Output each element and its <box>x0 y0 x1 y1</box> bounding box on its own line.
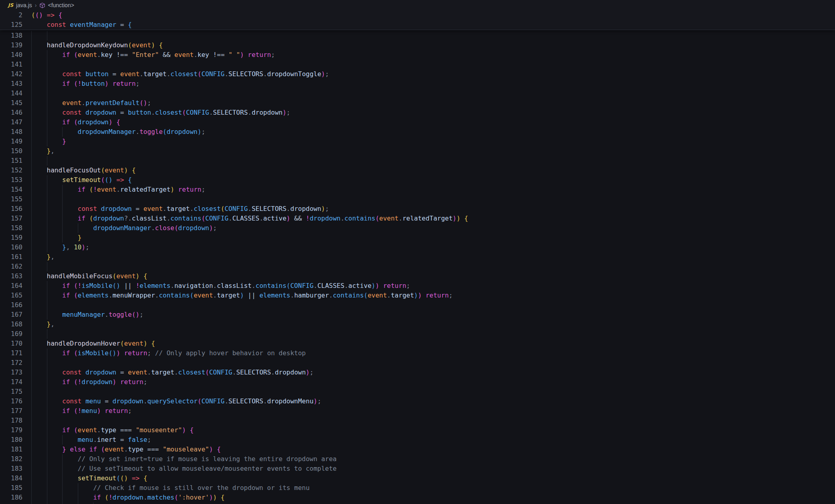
code-text[interactable]: if (isMobile()) return; // Only apply ho… <box>31 348 835 358</box>
code-text[interactable]: setTimeout(() => { <box>31 175 835 185</box>
code-line[interactable]: 161 }, <box>0 252 835 262</box>
code-text[interactable]: if (!menu) return; <box>31 406 835 416</box>
code-text[interactable]: const menu = dropdown.querySelector(CONF… <box>31 397 835 406</box>
code-line[interactable]: 143 if (!button) return; <box>0 79 835 89</box>
code-text[interactable] <box>31 387 835 397</box>
code-text[interactable]: const button = event.target.closest(CONF… <box>31 69 835 79</box>
code-text[interactable]: dropdownManager.close(dropdown); <box>31 223 835 233</box>
code-line[interactable]: 2(() => { <box>0 10 835 20</box>
code-text[interactable] <box>31 31 835 40</box>
code-line[interactable]: 171 if (isMobile()) return; // Only appl… <box>0 348 835 358</box>
code-text[interactable]: // Only set inert=true if mouse is leavi… <box>31 454 835 464</box>
breadcrumb-file[interactable]: JS java.js <box>8 2 32 8</box>
code-text[interactable] <box>31 262 835 271</box>
code-line[interactable]: 144 <box>0 89 835 98</box>
code-line[interactable]: 179 if (event.type === "mouseenter") { <box>0 425 835 435</box>
code-text[interactable] <box>31 89 835 98</box>
code-text[interactable]: setTimeout(() => { <box>31 474 835 483</box>
code-text[interactable]: if (!dropdown) return; <box>31 377 835 387</box>
code-line[interactable]: 180 menu.inert = false; <box>0 435 835 445</box>
code-line[interactable]: 160 }, 10); <box>0 243 835 252</box>
code-line[interactable]: 157 if (dropdown?.classList.contains(CON… <box>0 214 835 223</box>
code-line[interactable]: 170 handleDropdownHover(event) { <box>0 339 835 348</box>
code-text[interactable] <box>31 358 835 368</box>
code-line[interactable]: 186 if (!dropdown.matches(':hover')) { <box>0 493 835 502</box>
code-text[interactable]: const dropdown = button.closest(CONFIG.S… <box>31 108 835 117</box>
code-line[interactable]: 152 handleFocusOut(event) { <box>0 166 835 175</box>
code-line[interactable]: 159 } <box>0 233 835 243</box>
code-line[interactable]: 148 dropdownManager.toggle(dropdown); <box>0 127 835 137</box>
code-line[interactable]: 181 } else if (event.type === "mouseleav… <box>0 445 835 454</box>
code-text[interactable] <box>31 60 835 69</box>
code-text[interactable]: if (!button) return; <box>31 79 835 89</box>
code-line[interactable]: 173 const dropdown = event.target.closes… <box>0 368 835 377</box>
code-text[interactable]: menu.inert = true; <box>31 502 835 504</box>
code-line[interactable]: 153 setTimeout(() => { <box>0 175 835 185</box>
code-text[interactable]: } else if (event.type === "mouseleave") … <box>31 445 835 454</box>
code-text[interactable]: if (event.type === "mouseenter") { <box>31 425 835 435</box>
code-text[interactable]: }, 10); <box>31 243 835 252</box>
code-text[interactable]: handleMobileFocus(event) { <box>31 271 835 281</box>
code-line[interactable]: 156 const dropdown = event.target.closes… <box>0 204 835 214</box>
code-line[interactable]: 142 const button = event.target.closest(… <box>0 69 835 79</box>
code-line[interactable]: 146 const dropdown = button.closest(CONF… <box>0 108 835 117</box>
code-line[interactable]: 158 dropdownManager.close(dropdown); <box>0 223 835 233</box>
code-line[interactable]: 178 <box>0 416 835 425</box>
code-text[interactable]: // Check if mouse is still over the drop… <box>31 483 835 493</box>
code-line[interactable]: 172 <box>0 358 835 368</box>
code-line[interactable]: 187 menu.inert = true; <box>0 502 835 504</box>
code-line[interactable]: 177 if (!menu) return; <box>0 406 835 416</box>
code-line[interactable]: 174 if (!dropdown) return; <box>0 377 835 387</box>
code-text[interactable]: const dropdown = event.target.closest(CO… <box>31 204 835 214</box>
code-line[interactable]: 147 if (dropdown) { <box>0 117 835 127</box>
code-text[interactable] <box>31 329 835 339</box>
code-line[interactable]: 138 <box>0 31 835 40</box>
code-text[interactable]: if (!dropdown.matches(':hover')) { <box>31 493 835 502</box>
code-line[interactable]: 185 // Check if mouse is still over the … <box>0 483 835 493</box>
code-text[interactable]: if (dropdown?.classList.contains(CONFIG.… <box>31 214 835 223</box>
code-text[interactable]: if (event.key !== "Enter" && event.key !… <box>31 50 835 60</box>
code-text[interactable]: handleDropdownKeydown(event) { <box>31 40 835 50</box>
breadcrumb-symbol[interactable]: <function> <box>39 2 74 8</box>
code-text[interactable] <box>31 194 835 204</box>
code-text[interactable]: } <box>31 233 835 243</box>
code-line[interactable]: 169 <box>0 329 835 339</box>
code-text[interactable] <box>31 416 835 425</box>
code-text[interactable]: const dropdown = event.target.closest(CO… <box>31 368 835 377</box>
code-line[interactable]: 149 } <box>0 137 835 146</box>
code-line[interactable]: 182 // Only set inert=true if mouse is l… <box>0 454 835 464</box>
code-line[interactable]: 175 <box>0 387 835 397</box>
code-text[interactable]: handleDropdownHover(event) { <box>31 339 835 348</box>
code-line[interactable]: 155 <box>0 194 835 204</box>
code-line[interactable]: 145 event.preventDefault(); <box>0 98 835 108</box>
code-line[interactable]: 140 if (event.key !== "Enter" && event.k… <box>0 50 835 60</box>
code-text[interactable]: if (!event.relatedTarget) return; <box>31 185 835 194</box>
code-text[interactable]: }, <box>31 320 835 329</box>
code-line[interactable]: 166 <box>0 300 835 310</box>
code-text[interactable]: (() => { <box>31 10 835 20</box>
code-text[interactable] <box>31 300 835 310</box>
code-line[interactable]: 167 menuManager.toggle(); <box>0 310 835 320</box>
code-text[interactable]: dropdownManager.toggle(dropdown); <box>31 127 835 137</box>
code-text[interactable]: if (dropdown) { <box>31 117 835 127</box>
code-text[interactable]: event.preventDefault(); <box>31 98 835 108</box>
code-line[interactable]: 184 setTimeout(() => { <box>0 474 835 483</box>
code-line[interactable]: 162 <box>0 262 835 271</box>
code-text[interactable]: }, <box>31 252 835 262</box>
code-line[interactable]: 150 }, <box>0 146 835 156</box>
code-text[interactable]: const eventManager = { <box>31 20 835 30</box>
code-text[interactable]: // Use setTimeout to allow mouseleave/mo… <box>31 464 835 474</box>
code-line[interactable]: 154 if (!event.relatedTarget) return; <box>0 185 835 194</box>
code-text[interactable]: }, <box>31 146 835 156</box>
code-text[interactable]: if (!isMobile() || !elements.navigation.… <box>31 281 835 291</box>
code-text[interactable]: if (elements.menuWrapper.contains(event.… <box>31 291 835 300</box>
code-line[interactable]: 125 const eventManager = { <box>0 20 835 30</box>
code-line[interactable]: 176 const menu = dropdown.querySelector(… <box>0 397 835 406</box>
code-line[interactable]: 139 handleDropdownKeydown(event) { <box>0 40 835 50</box>
code-line[interactable]: 165 if (elements.menuWrapper.contains(ev… <box>0 291 835 300</box>
code-line[interactable]: 164 if (!isMobile() || !elements.navigat… <box>0 281 835 291</box>
code-text[interactable]: menu.inert = false; <box>31 435 835 445</box>
code-line[interactable]: 183 // Use setTimeout to allow mouseleav… <box>0 464 835 474</box>
code-line[interactable]: 151 <box>0 156 835 166</box>
code-line[interactable]: 163 handleMobileFocus(event) { <box>0 271 835 281</box>
